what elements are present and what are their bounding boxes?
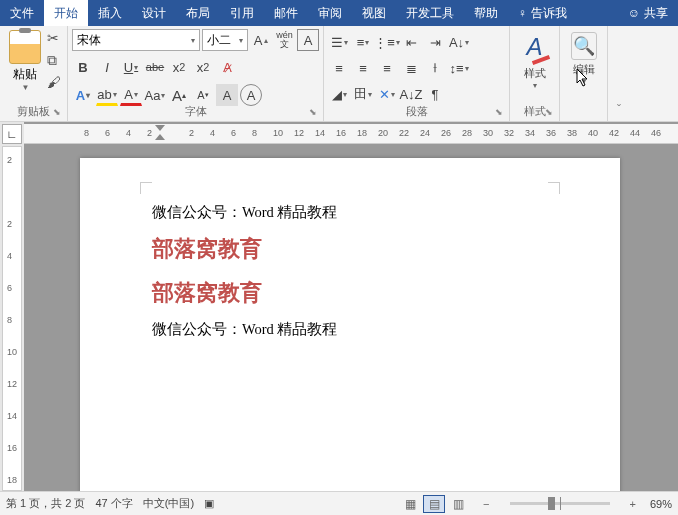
page-indicator[interactable]: 第 1 页，共 2 页 [6,496,85,511]
italic-button[interactable]: I [96,56,118,78]
zoom-thumb[interactable] [548,497,555,510]
bullets-button[interactable]: ☰▾ [328,31,350,53]
macro-record-icon[interactable]: ▣ [204,497,214,510]
show-marks-button[interactable]: ¶ [424,83,446,105]
word-count[interactable]: 47 个字 [95,496,132,511]
line-spacing-button[interactable]: ↕≡▾ [448,57,470,79]
document-line[interactable]: 部落窝教育 [152,271,548,315]
subscript-button[interactable]: x2 [168,56,190,78]
increase-indent-button[interactable]: ⇥ [424,31,446,53]
menu-tab-insert[interactable]: 插入 [88,0,132,26]
menu-tab-developer[interactable]: 开发工具 [396,0,464,26]
styles-expand-icon[interactable]: ⬊ [545,107,555,117]
paragraph-expand-icon[interactable]: ⬊ [495,107,505,117]
shrink-font-button[interactable]: A▾ [192,84,214,106]
document-page[interactable]: 微信公众号：Word 精品教程部落窝教育部落窝教育微信公众号：Word 精品教程 [80,158,620,491]
page-scroll[interactable]: 微信公众号：Word 精品教程部落窝教育部落窝教育微信公众号：Word 精品教程 [24,144,678,491]
zoom-in-button[interactable]: + [626,498,640,510]
strikethrough-button[interactable]: abe [144,56,166,78]
ruler-tick: 10 [273,128,283,138]
grow-font2-button[interactable]: A▴ [168,84,190,106]
char-shading-button[interactable]: A [216,84,238,106]
text-effects-button[interactable]: A▾ [72,84,94,106]
zoom-slider[interactable] [510,502,610,505]
document-line[interactable]: 部落窝教育 [152,227,548,271]
shading-button[interactable]: ◢▾ [328,83,350,105]
tab-selector[interactable]: ∟ [2,124,22,144]
find-button[interactable]: 🔍 [571,32,597,60]
superscript-button[interactable]: x2 [192,56,214,78]
print-layout-button[interactable]: ▤ [423,495,445,513]
tell-me[interactable]: ♀ 告诉我 [508,5,577,22]
font-size-combo[interactable]: 小二 ▾ [202,29,248,51]
highlight-button[interactable]: ab▾ [96,84,118,106]
text-direction-button[interactable]: A↓▾ [448,31,470,53]
ruler-tick: 38 [567,128,577,138]
borders-button[interactable]: 田▾ [352,83,374,105]
ruler-tick: 18 [357,128,367,138]
menu-tab-mailings[interactable]: 邮件 [264,0,308,26]
collapse-ribbon-button[interactable]: ˇ [608,26,630,121]
horizontal-ruler[interactable]: 8642246810121416182022242628303234363840… [24,124,678,144]
chevron-down-icon[interactable]: ▾ [533,81,537,90]
menu-tab-layout[interactable]: 布局 [176,0,220,26]
char-border-button[interactable]: A [297,29,319,51]
read-mode-button[interactable]: ▦ [399,495,421,513]
styles-button[interactable]: A [520,30,550,64]
edit-label: 编辑 [573,62,595,77]
menu-tab-review[interactable]: 审阅 [308,0,352,26]
font-expand-icon[interactable]: ⬊ [309,107,319,117]
chevron-down-icon[interactable]: ▾ [582,77,586,86]
language-indicator[interactable]: 中文(中国) [143,496,194,511]
document-line[interactable]: 微信公众号：Word 精品教程 [152,315,548,344]
paste-label: 粘贴 [13,66,37,83]
grow-font-button[interactable]: A▴ [250,29,272,51]
clear-format-button[interactable]: A̷ [216,56,238,78]
menu-tab-help[interactable]: 帮助 [464,0,508,26]
font-name-combo[interactable]: 宋体 ▾ [72,29,200,51]
ruler-tick: 30 [483,128,493,138]
ruler-tick: 6 [231,128,236,138]
bold-button[interactable]: B [72,56,94,78]
underline-button[interactable]: U▾ [120,56,142,78]
numbering-button[interactable]: ≡▾ [352,31,374,53]
clipboard-expand-icon[interactable]: ⬊ [53,107,63,117]
ruler-tick: 8 [84,128,89,138]
align-left-button[interactable]: ≡ [328,57,350,79]
multilevel-button[interactable]: ⋮≡▾ [376,31,398,53]
document-line[interactable]: 微信公众号：Word 精品教程 [152,198,548,227]
align-right-button[interactable]: ≡ [376,57,398,79]
menu-tab-references[interactable]: 引用 [220,0,264,26]
first-line-indent-marker[interactable] [155,125,165,131]
sort-button[interactable]: A↓Z [400,83,422,105]
hanging-indent-marker[interactable] [155,134,165,140]
zoom-level[interactable]: 69% [650,498,672,510]
menu-tab-home[interactable]: 开始 [44,0,88,26]
vertical-ruler[interactable]: 224681012141618 [2,146,22,491]
decrease-indent-button[interactable]: ⇤ [400,31,422,53]
ruler-tick: 2 [189,128,194,138]
enclose-char-button[interactable]: A [240,84,262,106]
ruler-tick: 22 [399,128,409,138]
align-center-button[interactable]: ≡ [352,57,374,79]
cut-icon[interactable]: ✂ [47,30,63,46]
copy-icon[interactable]: ⧉ [47,52,63,68]
distribute-button[interactable]: ⫲ [424,57,446,79]
change-case-button[interactable]: Aa▾ [144,84,166,106]
zoom-out-button[interactable]: − [479,498,493,510]
menu-tab-view[interactable]: 视图 [352,0,396,26]
web-layout-button[interactable]: ▥ [447,495,469,513]
font-color-button[interactable]: A▾ [120,84,142,106]
share-button[interactable]: ☺ 共享 [618,5,678,22]
ruler-tick: 16 [7,443,17,453]
chevron-down-icon: ▾ [191,36,195,45]
phonetic-guide-button[interactable]: wén文 [274,29,296,51]
format-painter-icon[interactable]: 🖌 [47,74,63,90]
justify-button[interactable]: ≣ [400,57,422,79]
menu-file[interactable]: 文件 [0,0,44,26]
ruler-tick: 34 [525,128,535,138]
paste-button[interactable]: 粘贴 ▼ [4,28,46,92]
menu-tab-design[interactable]: 设计 [132,0,176,26]
asian-layout-button[interactable]: ✕▾ [376,83,398,105]
ruler-tick: 12 [7,379,17,389]
